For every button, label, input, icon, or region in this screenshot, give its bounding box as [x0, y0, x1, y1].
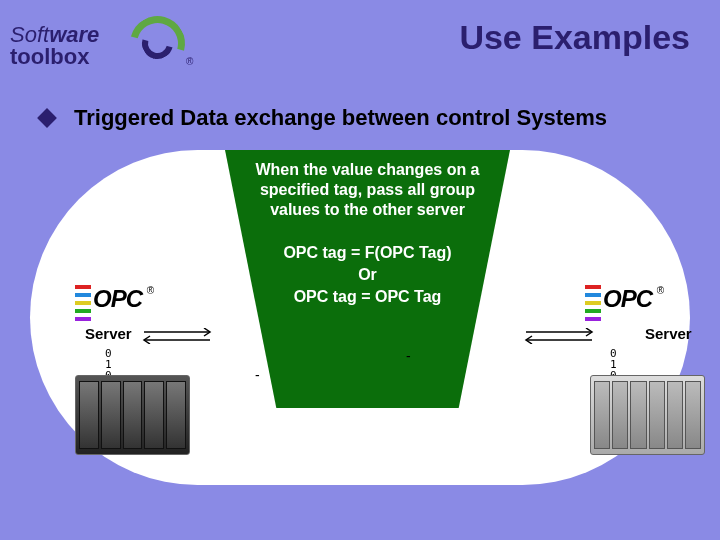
opc-stripes-icon [75, 285, 91, 321]
opc-text: OPC [93, 285, 142, 313]
bullet-text: Triggered Data exchange between control … [74, 105, 607, 131]
registered-mark: ® [186, 56, 193, 67]
server-label-right: Server [645, 325, 692, 342]
plc-device-right [590, 375, 705, 455]
center-trapezoid: When the value changes on a specified ta… [225, 150, 510, 408]
server-label-left: Server [85, 325, 132, 342]
software-toolbox-logo: Software toolbox ® [10, 18, 190, 73]
swirl-icon [130, 16, 185, 71]
diamond-bullet-icon [37, 108, 57, 128]
registered-mark: ® [147, 285, 154, 296]
equation-2: OPC tag = OPC Tag [294, 288, 442, 305]
equation-1: OPC tag = F(OPC Tag) [283, 244, 451, 261]
bidirectional-arrow-icon [520, 328, 598, 344]
dash-mark: - [406, 348, 411, 364]
bidirectional-arrow-icon [138, 328, 216, 344]
dash-mark: - [255, 367, 260, 383]
opc-stripes-icon [585, 285, 601, 321]
opc-text: OPC [603, 285, 652, 313]
opc-logo-right: OPC ® [585, 285, 660, 323]
plc-device-left [75, 375, 190, 455]
opc-logo-left: OPC ® [75, 285, 150, 323]
trapezoid-description: When the value changes on a specified ta… [253, 160, 482, 220]
diagram-panel: When the value changes on a specified ta… [30, 150, 690, 485]
logo-text: Software toolbox [10, 24, 99, 68]
slide-title: Use Examples [459, 18, 690, 57]
registered-mark: ® [657, 285, 664, 296]
bullet-row: Triggered Data exchange between control … [40, 105, 607, 131]
trapezoid-equations: OPC tag = F(OPC Tag) Or OPC tag = OPC Ta… [253, 242, 482, 308]
equation-or: Or [253, 264, 482, 286]
